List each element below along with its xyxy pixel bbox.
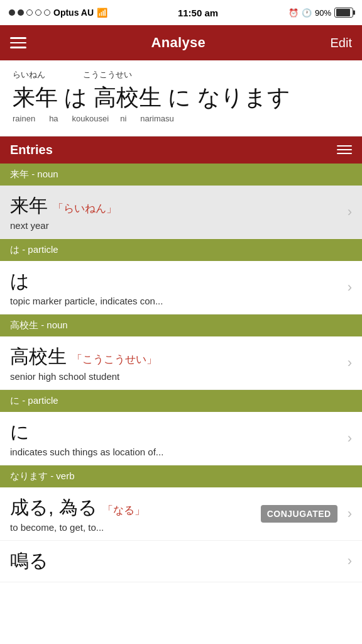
chevron-right-icon: ›	[348, 279, 352, 296]
chevron-right-icon: ›	[348, 506, 352, 522]
category-ha: は - particle	[0, 239, 362, 261]
conjugated-badge: CONJUGATED	[261, 505, 337, 523]
battery-percent: 90%	[315, 8, 331, 18]
entry-content-ni: に indicates such things as location of..…	[10, 419, 343, 457]
entry-kanji-koukousei: 高校生	[10, 344, 67, 370]
rom-koukousei: koukousei	[72, 114, 109, 123]
category-rainen: 来年 - noun	[0, 164, 362, 186]
entry-reading-naru: 「なる」	[102, 503, 145, 518]
carrier-label: Optus AU	[53, 8, 94, 18]
romanji-row: rainen ha koukousei ni narimasu	[13, 114, 349, 123]
word-koukousei: 高校生	[94, 83, 162, 113]
japanese-section: らいねん こうこうせい 来年 は 高校生 に なります rainen ha ko…	[0, 60, 362, 136]
clock-icon: 🕐	[302, 8, 312, 18]
battery-indicator	[334, 8, 353, 18]
word-narimasu: なります	[197, 83, 290, 113]
list-item[interactable]: に indicates such things as location of..…	[0, 412, 362, 465]
entry-content-ha: は topic marker particle, indicates con..…	[10, 269, 343, 306]
particle-ha: は	[64, 83, 87, 113]
entry-content-koukousei: 高校生 「こうこうせい」 senior high school student	[10, 344, 343, 382]
chevron-right-icon: ›	[348, 355, 352, 371]
main-japanese-text: 来年 は 高校生 に なります	[13, 83, 349, 113]
list-item[interactable]: 来年 「らいねん」 next year ›	[0, 186, 362, 239]
furigana-koukou: こうこうせい	[83, 69, 132, 80]
entry-definition-ha: topic marker particle, indicates con...	[10, 296, 343, 306]
entry-main-ha: は	[10, 269, 343, 294]
entry-definition-naru: to become, to get, to...	[10, 522, 261, 533]
wifi-icon: 📶	[97, 8, 107, 18]
list-item[interactable]: は topic marker particle, indicates con..…	[0, 261, 362, 314]
rom-rainen: rainen	[13, 114, 35, 123]
dot-5	[44, 9, 50, 16]
entries-menu-line-2	[337, 149, 352, 150]
entry-reading-rainen: 「らいねん」	[53, 201, 117, 216]
entry-main-ni: に	[10, 419, 343, 445]
dot-4	[35, 9, 41, 16]
dot-3	[26, 9, 33, 16]
edit-button[interactable]: Edit	[331, 36, 352, 50]
category-narimasu: なります - verb	[0, 465, 362, 487]
entry-content-rainen: 来年 「らいねん」 next year	[10, 193, 343, 231]
chevron-right-icon: ›	[348, 553, 352, 569]
entry-kanji-ni: に	[10, 419, 30, 445]
category-ni: に - particle	[0, 390, 362, 412]
entry-main-naru2: 鳴る	[10, 548, 343, 574]
entry-kanji-ha: は	[10, 269, 30, 294]
entry-content-naru: 成る, 為る 「なる」 to become, to get, to...	[10, 495, 261, 533]
chevron-right-icon: ›	[348, 430, 352, 447]
furigana-row: らいねん こうこうせい	[13, 69, 349, 80]
entry-actions-naru: CONJUGATED ›	[261, 505, 352, 523]
entry-kanji-naru: 成る, 為る	[10, 495, 97, 521]
entry-definition-ni: indicates such things as location of...	[10, 447, 343, 457]
nav-bar: Analyse Edit	[0, 25, 362, 60]
word-rainen: 来年	[13, 83, 58, 113]
entries-menu-button[interactable]	[337, 145, 352, 154]
furigana-rainen: らいねん	[13, 69, 45, 80]
signal-dots	[9, 9, 50, 16]
rom-narimasu: narimasu	[140, 114, 173, 123]
entry-reading-koukousei: 「こうこうせい」	[72, 352, 157, 367]
dot-2	[18, 9, 24, 16]
entries-header: Entries	[0, 136, 362, 164]
entry-main-rainen: 来年 「らいねん」	[10, 193, 343, 219]
list-item[interactable]: 高校生 「こうこうせい」 senior high school student …	[0, 336, 362, 390]
entries-title: Entries	[10, 143, 53, 157]
menu-button[interactable]	[10, 37, 26, 48]
dot-1	[9, 9, 15, 16]
status-right: ⏰ 🕐 90%	[288, 8, 353, 18]
entry-main-koukousei: 高校生 「こうこうせい」	[10, 344, 343, 370]
menu-line-1	[10, 37, 26, 39]
rom-ni: ni	[120, 114, 126, 123]
alarm-icon: ⏰	[288, 8, 299, 18]
menu-line-3	[10, 47, 26, 48]
entries-menu-line-3	[337, 153, 352, 154]
list-item[interactable]: 成る, 為る 「なる」 to become, to get, to... CON…	[0, 487, 362, 541]
entry-definition-koukousei: senior high school student	[10, 371, 343, 382]
status-time: 11:50 am	[178, 8, 218, 18]
entry-kanji-rainen: 来年	[10, 193, 48, 219]
entries-menu-line-1	[337, 145, 352, 147]
nav-title: Analyse	[151, 35, 206, 51]
entry-content-naru2: 鳴る	[10, 548, 343, 574]
entry-kanji-naru2: 鳴る	[10, 548, 48, 574]
entry-main-naru: 成る, 為る 「なる」	[10, 495, 261, 521]
rom-ha: ha	[49, 114, 58, 123]
chevron-right-icon: ›	[348, 204, 352, 220]
list-item[interactable]: 鳴る ›	[0, 541, 362, 582]
battery-tip	[353, 11, 355, 15]
status-left: Optus AU 📶	[9, 8, 107, 18]
battery-fill	[336, 9, 350, 16]
category-koukousei: 高校生 - noun	[0, 314, 362, 336]
status-bar: Optus AU 📶 11:50 am ⏰ 🕐 90%	[0, 0, 362, 25]
menu-line-2	[10, 42, 26, 44]
entry-definition-rainen: next year	[10, 220, 343, 231]
particle-ni: に	[168, 83, 191, 113]
